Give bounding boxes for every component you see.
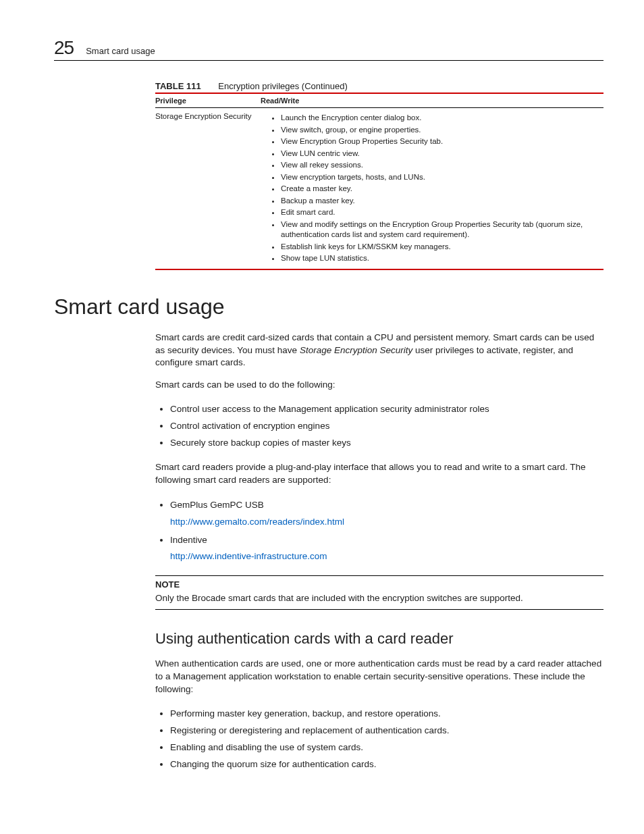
priv-item: Backup a master key.: [281, 195, 599, 207]
priv-item: View and modify settings on the Encrypti…: [281, 219, 599, 241]
priv-item: View all rekey sessions.: [281, 159, 599, 172]
uses-lead: Smart cards can be used to do the follow…: [155, 379, 603, 392]
readers-intro: Smart card readers provide a plug-and-pl…: [155, 461, 603, 487]
list-item: Securely store backup copies of master k…: [170, 435, 603, 452]
list-item: Control user access to the Management ap…: [170, 401, 603, 418]
priv-item: Show tape LUN statistics.: [281, 253, 599, 265]
table-caption: TABLE 111 Encryption privileges (Continu…: [155, 81, 603, 91]
intro-em: Storage Encryption Security: [300, 345, 412, 355]
list-item: Performing master key generation, backup…: [170, 706, 603, 723]
list-item: Enabling and disabling the use of system…: [170, 739, 603, 756]
reader-link[interactable]: http://www.gemalto.com/readers/index.htm…: [170, 516, 344, 529]
reader-name: Indentive: [170, 535, 207, 545]
note-text: Only the Brocade smart cards that are in…: [155, 592, 603, 605]
intro-paragraph: Smart cards are credit card-sized cards …: [155, 332, 603, 370]
priv-item: Create a master key.: [281, 183, 599, 195]
privileges-table: TABLE 111 Encryption privileges (Continu…: [155, 81, 603, 270]
priv-item: Establish link keys for LKM/SSKM key man…: [281, 241, 599, 253]
table-number: TABLE 111: [155, 81, 201, 91]
list-item: Control activation of encryption engines: [170, 418, 603, 435]
list-item: GemPlus GemPC USB http://www.gemalto.com…: [170, 496, 603, 531]
priv-item: View Encryption Group Properties Securit…: [281, 136, 599, 148]
priv-item: View LUN centric view.: [281, 148, 599, 160]
list-item: Registering or deregistering and replace…: [170, 723, 603, 739]
cell-privilege: Storage Encryption Security: [155, 108, 261, 269]
note-label: NOTE: [155, 579, 603, 591]
priv-item: View encryption targets, hosts, and LUNs…: [281, 172, 599, 184]
table-header-readwrite: Read/Write: [261, 93, 603, 108]
running-header: 25 Smart card usage: [54, 37, 603, 61]
note-block: NOTE Only the Brocade smart cards that a…: [155, 575, 603, 610]
cell-readwrite: Launch the Encryption center dialog box.…: [261, 108, 603, 269]
list-item: Indentive http://www.indentive-infrastru…: [170, 531, 603, 567]
uses-list: Control user access to the Management ap…: [155, 401, 603, 452]
priv-item: Launch the Encryption center dialog box.: [281, 112, 599, 124]
readers-list: GemPlus GemPC USB http://www.gemalto.com…: [155, 496, 603, 567]
chapter-title: Smart card usage: [86, 46, 155, 56]
table-row: Storage Encryption Security Launch the E…: [155, 108, 603, 269]
ops-list: Performing master key generation, backup…: [155, 706, 603, 773]
reader-name: GemPlus GemPC USB: [170, 500, 264, 510]
list-item: Changing the quorum size for authenticat…: [170, 756, 603, 773]
chapter-number: 25: [54, 37, 74, 59]
section-heading: Smart card usage: [54, 294, 603, 319]
subsection-intro: When authentication cards are used, one …: [155, 658, 603, 696]
subsection-heading: Using authentication cards with a card r…: [155, 629, 603, 650]
priv-item: Edit smart card.: [281, 207, 599, 219]
reader-link[interactable]: http://www.indentive-infrastructure.com: [170, 550, 327, 563]
priv-item: View switch, group, or engine properties…: [281, 124, 599, 136]
table-caption-text: Encryption privileges (Continued): [218, 81, 347, 91]
table-header-privilege: Privilege: [155, 93, 261, 108]
